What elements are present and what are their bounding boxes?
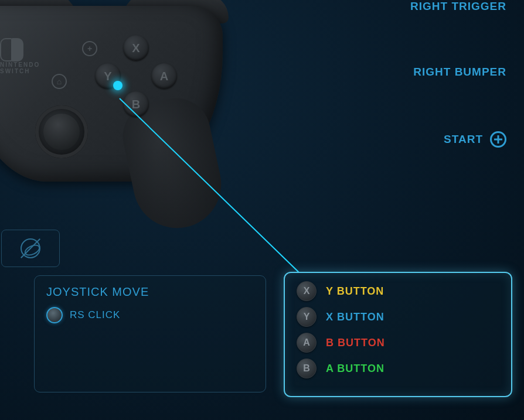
controller-a-button[interactable]: A (151, 63, 177, 89)
start-label: START (444, 133, 483, 146)
mapping-badge-icon: X (297, 281, 317, 301)
mapping-badge-icon: A (297, 333, 317, 353)
controller-x-button[interactable]: X (123, 35, 149, 61)
controller-b-button[interactable]: B (123, 91, 149, 117)
right-bumper-label[interactable]: RIGHT BUMPER (410, 66, 506, 78)
mapping-badge-icon: Y (297, 307, 317, 327)
controller-image: NINTENDO SWITCH + ⌂ X Y A B (0, 0, 234, 223)
rs-click-icon (46, 307, 63, 323)
mapping-label: B BUTTON (326, 337, 385, 349)
mapping-row[interactable]: X Y BUTTON (297, 281, 499, 301)
start-row[interactable]: START (410, 131, 506, 148)
plus-icon (490, 131, 506, 148)
mapping-label: Y BUTTON (326, 285, 384, 298)
nintendo-switch-logo: NINTENDO SWITCH (0, 38, 40, 74)
right-trigger-label[interactable]: RIGHT TRIGGER (410, 0, 506, 13)
controller-home-button: ⌂ (52, 74, 67, 89)
callout-origin-dot (113, 81, 123, 90)
controller-right-stick[interactable] (35, 105, 88, 158)
joystick-panel[interactable]: JOYSTICK MOVE RS CLICK (34, 275, 266, 392)
gyro-panel[interactable] (1, 230, 60, 267)
face-button-mapping-panel[interactable]: X Y BUTTON Y X BUTTON A B BUTTON B A BUT… (284, 272, 512, 397)
joystick-title: JOYSTICK MOVE (46, 285, 254, 299)
mapping-row[interactable]: Y X BUTTON (297, 307, 499, 327)
mapping-label: A BUTTON (326, 363, 385, 375)
rs-click-label: RS CLICK (70, 309, 120, 321)
rs-click-row[interactable]: RS CLICK (46, 307, 254, 323)
mapping-label: X BUTTON (326, 311, 385, 323)
mapping-badge-icon: B (297, 358, 317, 378)
controller-plus-button: + (82, 41, 97, 56)
mapping-row[interactable]: A B BUTTON (297, 333, 499, 353)
mapping-row[interactable]: B A BUTTON (297, 358, 499, 378)
